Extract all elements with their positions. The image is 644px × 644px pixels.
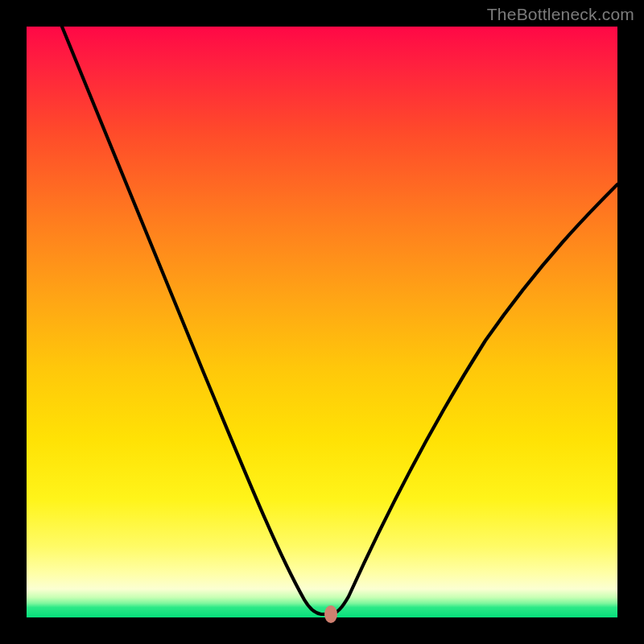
gradient-plot-area <box>27 27 617 617</box>
chart-frame: TheBottleneck.com <box>0 0 644 644</box>
optimal-point-marker <box>324 605 337 623</box>
watermark-text: TheBottleneck.com <box>487 5 634 24</box>
bottleneck-curve <box>27 27 617 617</box>
curve-path <box>62 27 617 614</box>
